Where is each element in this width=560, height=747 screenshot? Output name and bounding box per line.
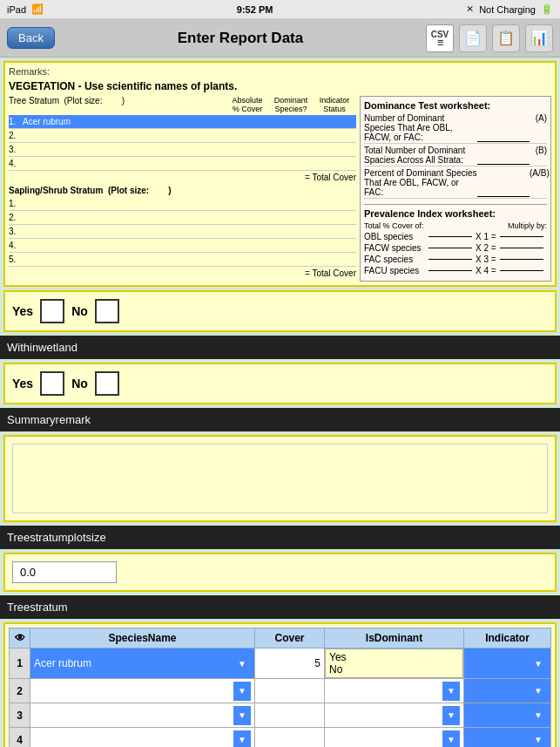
summaryremark-header: Summaryremark xyxy=(0,408,560,431)
cover-cell-2[interactable] xyxy=(255,679,325,703)
tree-row-1[interactable]: 1. Acer rubrum xyxy=(9,115,356,129)
isdominant-cell-2-inner: ▼ xyxy=(328,682,460,701)
back-button[interactable]: Back xyxy=(7,27,55,49)
species-dropdown-4[interactable]: ▼ xyxy=(233,730,251,748)
toolbar-title: Enter Report Data xyxy=(62,30,419,47)
withinwetland-header: Withinwetland xyxy=(0,336,560,359)
row-num-1: 1 xyxy=(10,649,30,679)
species-cell-4[interactable]: ▼ xyxy=(30,728,255,748)
col-cover: Cover xyxy=(255,628,325,649)
doc-button[interactable]: 📄 xyxy=(459,24,487,52)
row-num-4: 4 xyxy=(10,728,30,748)
dominance-section: Dominance Test worksheet: Number of Domi… xyxy=(364,100,547,199)
main-content: Remarks: VEGETATION - Use scientific nam… xyxy=(0,58,560,747)
species-dropdown-2[interactable]: ▼ xyxy=(233,682,251,701)
indicator-cell-1-inner: ▼ xyxy=(468,654,547,673)
indicator-dropdown-4[interactable]: ▼ xyxy=(530,730,547,748)
plotsize-section xyxy=(3,553,557,592)
cover-cell-3[interactable] xyxy=(255,703,325,728)
species-cell-1[interactable]: Acer rubrum ▼ xyxy=(30,649,255,679)
battery-icon: 🔋 xyxy=(541,3,553,15)
summary-remark-textarea[interactable] xyxy=(12,444,548,513)
veg-right: Dominance Test worksheet: Number of Domi… xyxy=(360,96,551,282)
veg-title: VEGETATION - Use scientific names of pla… xyxy=(9,80,551,92)
csv-button[interactable]: CSV ☰ xyxy=(426,24,454,52)
isdominant-option-yes[interactable]: Yes xyxy=(329,651,459,663)
tree-row-2[interactable]: 2. xyxy=(9,129,356,143)
veg-table-header: Tree Stratum (Plot size: ) Absolute% Cov… xyxy=(9,96,356,113)
dom-row-2: Total Number of Dominant Spacies Across … xyxy=(364,146,547,166)
species-cell-1-inner: Acer rubrum ▼ xyxy=(34,654,251,673)
cover-cell-1[interactable]: 5 xyxy=(255,649,325,679)
species-dropdown-1[interactable]: ▼ xyxy=(233,654,251,673)
vegetation-section: Remarks: VEGETATION - Use scientific nam… xyxy=(3,61,557,287)
indicator-cell-2[interactable]: ▼ xyxy=(464,679,551,703)
isdominant-dropdown-4[interactable]: ▼ xyxy=(442,730,460,748)
dom-row-1: Number of Dominant Species That Are OBL,… xyxy=(364,113,547,144)
sapling-row-4[interactable]: 4. xyxy=(9,239,356,253)
indicator-cell-3[interactable]: ▼ xyxy=(464,703,551,728)
sapling-row-3[interactable]: 3. xyxy=(9,225,356,239)
tree-stratum-table: 👁 SpeciesName Cover IsDominant Indicator… xyxy=(9,628,551,747)
chart-button[interactable]: 📊 xyxy=(525,24,553,52)
row-num-3: 3 xyxy=(10,703,30,728)
wifi-icon: 📶 xyxy=(31,3,44,15)
dominance-title: Dominance Test worksheet: xyxy=(364,100,547,111)
indicator-cell-4[interactable]: ▼ xyxy=(464,728,551,748)
no-checkbox-hydro[interactable] xyxy=(95,299,119,323)
isdominant-dropdown-2[interactable]: ▼ xyxy=(442,682,460,701)
prev-header: Total % Cover of: Multiply by: xyxy=(364,221,547,230)
isdominant-cell-4[interactable]: ▼ xyxy=(325,728,464,748)
total-cover-sapling: = Total Cover xyxy=(9,268,356,278)
status-bar: iPad 📶 9:52 PM ⨯ Not Charging 🔋 xyxy=(0,0,560,19)
prevalence-section: Prevalence Index worksheet: Total % Cove… xyxy=(364,204,547,275)
tree-row-4[interactable]: 4. xyxy=(9,157,356,171)
yes-label-within: Yes xyxy=(12,377,33,390)
species-cell-2-inner: ▼ xyxy=(34,682,251,701)
species-dropdown-3[interactable]: ▼ xyxy=(233,706,251,725)
plotsize-input[interactable] xyxy=(12,561,117,583)
summary-remark-section xyxy=(3,435,557,522)
species-cell-3[interactable]: ▼ xyxy=(30,703,255,728)
indicator-dropdown-2[interactable]: ▼ xyxy=(530,682,547,701)
tree-stratum-row-3: 3 ▼ ▼ xyxy=(10,703,551,728)
prev-col1: Total % Cover of: xyxy=(364,221,424,230)
col-dominant: DominantSpecies? xyxy=(269,96,313,113)
indicator-cell-3-inner: ▼ xyxy=(468,706,547,725)
prev-facu: FACU species X 4 = xyxy=(364,266,547,275)
sapling-row-2[interactable]: 2. xyxy=(9,211,356,225)
yes-checkbox-hydro[interactable] xyxy=(40,299,64,323)
status-time: 9:52 PM xyxy=(237,4,273,15)
yes-checkbox-within[interactable] xyxy=(40,371,64,396)
tree-stratum-row-4: 4 ▼ ▼ xyxy=(10,728,551,748)
tree-stratum-row-2: 2 ▼ ▼ xyxy=(10,679,551,703)
csv-label: CSV xyxy=(431,30,449,39)
no-checkbox-within[interactable] xyxy=(95,371,119,396)
cover-cell-4[interactable] xyxy=(255,728,325,748)
tree-row-3[interactable]: 3. xyxy=(9,143,356,157)
bluetooth-icon: ⨯ xyxy=(466,3,474,15)
no-label-hydro: No xyxy=(71,304,88,318)
report-button[interactable]: 📋 xyxy=(492,24,520,52)
isdominant-option-no[interactable]: No xyxy=(329,663,459,676)
isdominant-cell-2[interactable]: ▼ xyxy=(325,679,464,703)
toolbar-icons: CSV ☰ 📄 📋 📊 xyxy=(426,24,553,52)
col-indicator: Indicator xyxy=(464,628,551,649)
tree-stratum-row-1: 1 Acer rubrum ▼ 5 Yes No xyxy=(10,649,551,679)
col-absolute: Absolute% Cover xyxy=(226,96,269,113)
col-species-name: SpeciesName xyxy=(30,628,255,649)
species-name-1: Acer rubrum xyxy=(34,657,91,669)
veg-content: Tree Stratum (Plot size: ) Absolute% Cov… xyxy=(9,96,551,282)
sapling-row-5[interactable]: 5. xyxy=(9,253,356,267)
col-isdominant: IsDominant xyxy=(325,628,464,649)
species-cell-2[interactable]: ▼ xyxy=(30,679,255,703)
indicator-cell-1[interactable]: ▼ xyxy=(464,649,551,679)
treestratumplotsize-header: Treestratumplotsize xyxy=(0,526,560,549)
sapling-row-1[interactable]: 1. xyxy=(9,197,356,211)
isdominant-dropdown-3[interactable]: ▼ xyxy=(442,706,460,725)
isdominant-cell-3[interactable]: ▼ xyxy=(325,703,464,728)
ipad-label: iPad xyxy=(7,4,26,15)
indicator-dropdown-3[interactable]: ▼ xyxy=(530,706,547,725)
indicator-dropdown-1[interactable]: ▼ xyxy=(530,654,547,673)
isdominant-cell-1[interactable]: Yes No xyxy=(325,649,464,679)
